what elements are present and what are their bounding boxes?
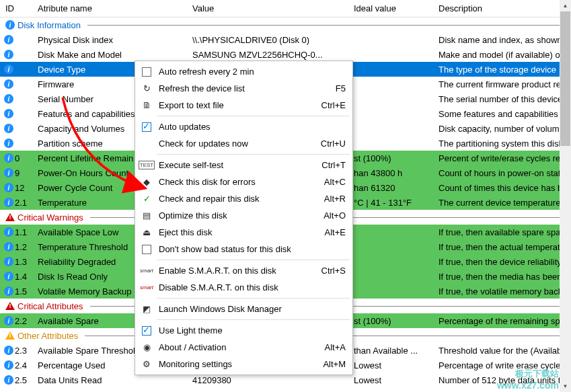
info-icon: i (4, 272, 13, 281)
info-icon: i (4, 346, 13, 355)
row-description: The type of the storage device (433, 63, 571, 76)
info-icon: i (4, 79, 13, 89)
menu-item[interactable]: ◩Launch Windows Disk Manager (137, 301, 351, 317)
row-ideal-value (348, 231, 433, 233)
row-id: 2.4 (15, 360, 27, 370)
table-row[interactable]: iDisk Make and ModelSAMSUNG MZVL2256HCHQ… (0, 47, 571, 62)
menu-item-label: Refresh the device list (159, 83, 328, 93)
col-header-id[interactable]: ID (0, 1, 32, 16)
checkbox-checked-icon (139, 326, 154, 336)
row-ideal-value (348, 245, 433, 248)
smart-off-icon: smart (139, 284, 154, 290)
row-ideal-value (348, 290, 433, 292)
info-icon: i (4, 65, 13, 74)
row-ideal-value (348, 112, 433, 115)
info-icon: i (4, 153, 13, 163)
row-description: If true, then the device reliability (433, 256, 571, 268)
row-id: 2.1 (15, 198, 27, 208)
scrollbar-down-icon[interactable]: ▼ (560, 381, 571, 392)
menu-item-label: Auto refresh every 2 min (159, 67, 346, 77)
section-header[interactable]: iDisk Information (0, 17, 571, 32)
menu-item[interactable]: ◉About / ActivationAlt+A (137, 339, 351, 356)
row-description: The current firmware product revi (433, 78, 571, 91)
check-errors-icon: ◆ (139, 177, 154, 187)
row-value: 41209380 (187, 374, 348, 387)
row-id: 1.2 (15, 242, 27, 252)
about-icon: ◉ (139, 342, 154, 352)
row-description: Make and model (if available) of t (433, 48, 571, 61)
section-title: Critical Attributes (17, 301, 83, 311)
col-header-ideal[interactable]: Ideal value (348, 1, 433, 16)
menu-item[interactable]: ✓Check and repair this diskAlt+R (137, 190, 351, 207)
menu-item[interactable]: Auto updates (137, 118, 351, 135)
menu-item-shortcut: Alt+O (323, 210, 346, 221)
vertical-scrollbar[interactable]: ▲ ▼ (560, 0, 571, 392)
menu-item-label: Disable S.M.A.R.T. on this disk (159, 282, 346, 292)
table-row[interactable]: iPhysical Disk index\\.\PHYSICALDRIVE0 (… (0, 32, 571, 47)
menu-item[interactable]: Check for updates nowCtrl+U (137, 135, 351, 152)
warning-icon (5, 331, 15, 340)
row-description: The serial number of this device (433, 93, 571, 106)
row-id: 1.5 (15, 286, 27, 297)
info-icon: i (4, 139, 13, 148)
row-description: If true, then available spare spac (433, 226, 571, 239)
menu-item-label: Export to text file (159, 100, 313, 110)
menu-separator (157, 298, 350, 299)
menu-item[interactable]: ⚙Monitoring settingsAlt+M (137, 356, 351, 373)
menu-item[interactable]: ▤Optimize this diskAlt+O (137, 207, 351, 224)
test-icon: TEST (139, 161, 154, 169)
menu-item[interactable]: Auto refresh every 2 min (137, 63, 351, 80)
menu-item[interactable]: ↻Refresh the device listF5 (137, 80, 351, 97)
row-ideal-value (348, 83, 433, 85)
watermark: 极元下载站 www.x27.com (497, 368, 559, 391)
row-description: Count of hours in power-on state (433, 167, 571, 180)
menu-item[interactable]: Don't show bad status for this disk (137, 241, 351, 258)
scrollbar-thumb[interactable] (560, 11, 570, 146)
menu-separator (157, 260, 350, 260)
col-header-name[interactable]: Atribute name (32, 1, 187, 16)
menu-item-label: Optimize this disk (159, 210, 315, 221)
menu-item[interactable]: ◆Check this disk for errorsAlt+C (137, 173, 351, 190)
scrollbar-up-icon[interactable]: ▲ (560, 0, 571, 11)
row-id: 1.3 (15, 257, 27, 267)
menu-item-label: About / Activation (159, 342, 317, 352)
menu-item-shortcut: Ctrl+S (321, 266, 346, 276)
row-description: If true, then the actual temperatu (433, 241, 571, 253)
row-description: Percent of write/erase cycles rem (433, 152, 571, 165)
menu-item-label: Don't show bad status for this disk (159, 244, 346, 254)
row-ideal-value (348, 127, 433, 130)
col-header-desc[interactable]: Description (433, 1, 571, 16)
menu-item[interactable]: ⏏Eject this diskAlt+E (137, 224, 351, 241)
warning-icon (5, 302, 15, 310)
info-icon: i (4, 286, 13, 296)
repair-icon: ✓ (139, 194, 154, 204)
optimize-icon: ▤ (139, 210, 154, 221)
info-icon: i (5, 20, 15, 30)
row-id: 2.2 (15, 316, 27, 326)
row-id: 1.4 (15, 272, 27, 282)
row-id: 2.3 (15, 346, 27, 356)
row-description: If true, the volatile memory back (433, 285, 571, 298)
menu-separator (157, 154, 350, 155)
info-icon: i (4, 50, 13, 59)
info-icon: i (4, 183, 13, 192)
menu-item-shortcut: Ctrl+E (321, 100, 346, 110)
row-ideal-value (348, 97, 433, 100)
menu-item[interactable]: 🗎Export to text fileCtrl+E (137, 97, 351, 114)
section-title: Critical Warnings (17, 212, 83, 223)
info-icon: i (4, 242, 13, 251)
menu-item[interactable]: TESTExecute self-testCtrl+T (137, 157, 351, 173)
row-description: Some features and capabilities s (433, 108, 571, 120)
table-header: ID Atribute name Value Ideal value Descr… (0, 0, 571, 17)
menu-item[interactable]: Use Light theme (137, 322, 351, 339)
menu-item[interactable]: smartDisable S.M.A.R.T. on this disk (137, 279, 351, 296)
row-description: Disk capacity, number of volume (433, 122, 571, 135)
menu-item-shortcut: Ctrl+T (321, 160, 346, 170)
info-icon: i (4, 109, 13, 118)
info-icon: i (4, 198, 13, 207)
row-ideal-value: st (100%) (348, 315, 433, 327)
row-ideal-value: han 61320 (348, 182, 433, 194)
info-icon: i (4, 316, 13, 325)
menu-item[interactable]: smartEnable S.M.A.R.T. on this diskCtrl+… (137, 262, 351, 279)
col-header-value[interactable]: Value (187, 1, 348, 16)
